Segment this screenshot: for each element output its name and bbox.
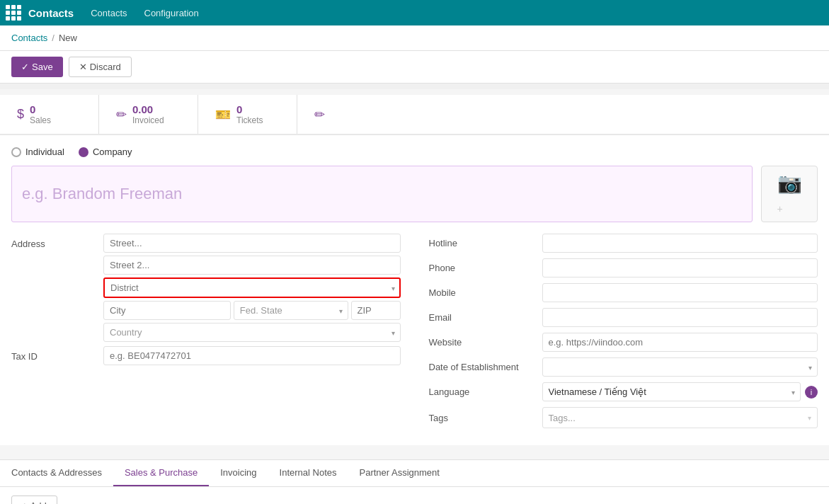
breadcrumb: Contacts / New [0,25,829,51]
date-label: Date of Establishment [429,362,542,372]
language-select-wrapper: Vietnamese / Tiếng Việt [542,382,801,401]
language-row: Language Vietnamese / Tiếng Việt i [429,382,818,401]
tab-internal-notes[interactable]: Internal Notes [268,460,348,486]
individual-option[interactable]: Individual [11,147,64,157]
nav-configuration[interactable]: Configuration [142,2,202,24]
city-state-zip-row: Fed. State [103,301,401,320]
fed-state-select[interactable]: Fed. State [234,301,348,320]
tickets-count: 0 [236,103,263,115]
stat-edit[interactable]: ✏ [297,95,342,134]
phone-input[interactable] [542,258,818,277]
action-bar: ✓ Save ✕ Discard [0,51,829,84]
hotline-input[interactable] [542,234,818,253]
stats-bar: $ 0 Sales ✏ 0.00 Invoiced 🎫 0 Tickets ✏ [0,95,829,135]
date-select[interactable] [542,357,818,377]
tab-invoicing[interactable]: Invoicing [209,460,268,486]
tickets-label: Tickets [236,115,263,125]
city-input[interactable] [103,301,231,320]
mobile-input[interactable] [542,283,818,302]
name-input[interactable] [11,166,753,222]
email-row: Email [429,308,818,327]
tabs-bar: Contacts & Addresses Sales & Purchase In… [0,459,829,487]
breadcrumb-current: New [59,33,77,43]
stat-tickets[interactable]: 🎫 0 Tickets [198,95,297,134]
tab-sales-purchase[interactable]: Sales & Purchase [113,460,209,486]
language-wrapper: Vietnamese / Tiếng Việt i [542,382,818,401]
discard-label: Discard [90,62,121,72]
tax-id-row: Tax ID [11,346,401,365]
tags-placeholder: Tags... [549,413,576,423]
nav-contacts[interactable]: Contacts [88,2,130,24]
tab-partner-assignment[interactable]: Partner Assignment [348,460,451,486]
tax-id-field [103,346,401,365]
edit-icon: ✏ [314,107,325,122]
tags-input[interactable]: Tags... ▾ [542,407,818,428]
email-input[interactable] [542,308,818,327]
add-bar: + Add [0,487,829,504]
tags-dropdown-arrow: ▾ [808,414,811,422]
mobile-label: Mobile [429,287,542,298]
company-label: Company [93,147,132,157]
date-wrapper [542,357,818,377]
country-select[interactable]: Country [103,323,401,342]
app-grid-icon[interactable] [6,5,21,21]
street2-input[interactable] [103,256,401,275]
language-info-icon[interactable]: i [805,386,818,399]
individual-radio[interactable] [11,147,21,157]
photo-placeholder[interactable]: 📷+ [761,166,818,222]
mobile-row: Mobile [429,283,818,302]
app-title: Contacts [28,7,74,19]
address-label: Address [11,234,103,249]
save-label: Save [32,62,53,72]
sales-label: Sales [30,115,51,125]
tags-label: Tags [429,413,542,423]
main-content: Individual Company 📷+ Address ▾ [0,135,829,445]
invoice-icon: ✏ [116,107,127,122]
sales-count: 0 [30,103,51,115]
checkmark-icon: ✓ [21,62,29,72]
x-icon: ✕ [79,62,87,72]
company-radio[interactable] [79,147,88,157]
invoiced-label: Invoiced [132,115,164,125]
phone-row: Phone [429,258,818,277]
phone-label: Phone [429,263,542,273]
right-form-section: Hotline Phone Mobile Email Website Date … [429,234,818,434]
date-row: Date of Establishment [429,357,818,377]
tax-id-label: Tax ID [11,346,103,362]
tax-id-input[interactable] [103,346,401,365]
country-wrapper: Country [103,323,401,342]
invoiced-amount: 0.00 [132,103,164,115]
email-label: Email [429,312,542,323]
fed-state-wrapper: Fed. State [234,301,348,320]
add-button[interactable]: + Add [11,496,57,504]
form-grid: Address ▾ Fed. State [11,234,818,434]
language-label: Language [429,386,542,397]
breadcrumb-separator: / [52,33,55,43]
address-row: Address ▾ Fed. State [11,234,401,342]
stat-invoiced[interactable]: ✏ 0.00 Invoiced [99,95,198,134]
district-input[interactable] [103,277,401,298]
camera-icon: 📷+ [777,171,802,217]
add-label: Add [30,500,47,504]
hotline-row: Hotline [429,234,818,253]
district-wrapper: ▾ [103,277,401,298]
left-form-section: Address ▾ Fed. State [11,234,401,434]
breadcrumb-parent[interactable]: Contacts [11,33,47,43]
tab-contacts-addresses[interactable]: Contacts & Addresses [0,460,113,486]
zip-input[interactable] [351,301,401,320]
tags-row: Tags Tags... ▾ [429,407,818,428]
dollar-icon: $ [17,107,24,122]
hotline-label: Hotline [429,238,542,248]
street1-input[interactable] [103,234,401,253]
type-selector: Individual Company [11,147,818,157]
website-input[interactable] [542,333,818,352]
discard-button[interactable]: ✕ Discard [69,57,132,77]
company-option[interactable]: Company [79,147,132,157]
language-select[interactable]: Vietnamese / Tiếng Việt [542,382,801,401]
plus-icon: + [22,500,28,504]
address-fields: ▾ Fed. State Country [103,234,401,342]
ticket-icon: 🎫 [215,107,231,122]
website-row: Website [429,333,818,352]
stat-sales[interactable]: $ 0 Sales [0,95,99,134]
save-button[interactable]: ✓ Save [11,57,63,77]
